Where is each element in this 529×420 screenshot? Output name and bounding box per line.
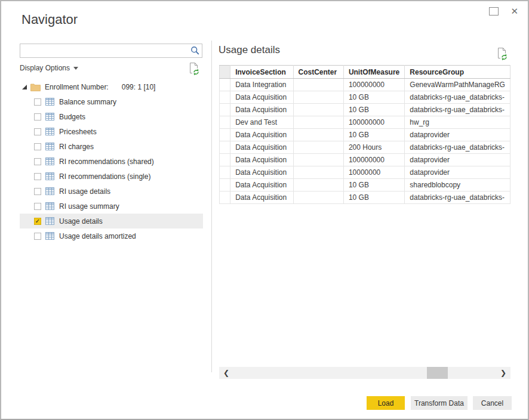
table-row: Data Acquisition200 Hoursdatabricks-rg-u… (220, 141, 510, 154)
row-selector-cell (220, 166, 230, 179)
item-checkbox[interactable]: ✓ (34, 218, 41, 225)
grid-cell: 100000000 (343, 79, 404, 91)
grid-cell: Data Acquisition (230, 192, 293, 204)
row-selector-cell (220, 141, 230, 154)
page-title: Navigator (21, 12, 78, 27)
table-row: Data Acquisition10 GBdatabricks-rg-uae_d… (220, 104, 510, 116)
item-checkbox[interactable] (34, 143, 41, 150)
item-checkbox[interactable] (34, 128, 41, 135)
table-icon (45, 113, 54, 121)
item-checkbox[interactable] (34, 203, 41, 210)
column-header-invoicesection: InvoiceSection (230, 66, 293, 79)
close-button[interactable]: ✕ (509, 6, 519, 17)
grid-cell: dataprovider (405, 166, 510, 179)
item-checkbox[interactable] (34, 98, 41, 106)
scrollbar-thumb[interactable] (427, 367, 448, 379)
grid-cell: GenevaWarmPathManageRG (405, 79, 510, 91)
grid-cell: Data Acquisition (230, 179, 293, 192)
table-icon (45, 202, 54, 210)
grid-cell: 10 GB (343, 104, 404, 116)
tree-item-label: Usage details amortized (59, 232, 136, 240)
window-controls: ✕ (489, 6, 519, 17)
grid-cell (293, 116, 343, 129)
scroll-left-arrow[interactable]: ❮ (219, 369, 233, 377)
tree-item-balance-summary[interactable]: Balance summary (20, 94, 203, 109)
grid-cell: databricks-rg-uae_databricks- (405, 91, 510, 104)
grid-cell: Data Integration (230, 79, 293, 91)
item-checkbox[interactable] (34, 113, 41, 121)
tree-item-usage-details-amortized[interactable]: Usage details amortized (20, 228, 203, 243)
tree-item-ri-charges[interactable]: RI charges (20, 139, 203, 154)
grid-cell: 10 GB (343, 129, 404, 141)
grid-cell: Data Acquisition (230, 154, 293, 166)
grid-cell (293, 91, 343, 104)
tree-item-pricesheets[interactable]: Pricesheets (20, 124, 203, 139)
grid-cell (293, 141, 343, 154)
item-checkbox[interactable] (34, 173, 41, 180)
row-selector-cell (220, 116, 230, 129)
item-checkbox[interactable] (34, 188, 41, 195)
search-box (20, 44, 202, 58)
row-selector-cell (220, 154, 230, 166)
tree-item-label: RI charges (59, 143, 94, 151)
row-selector-cell (220, 129, 230, 141)
table-icon (45, 187, 54, 195)
grid-header-row: InvoiceSectionCostCenterUnitOfMeasureRes… (220, 66, 510, 79)
grid-cell: 100000000 (343, 154, 404, 166)
display-options-dropdown[interactable]: Display Options (20, 64, 78, 72)
column-header-resourcegroup: ResourceGroup (405, 66, 510, 79)
search-input[interactable] (20, 44, 189, 57)
search-icon[interactable] (189, 46, 202, 55)
tree-item-label: Usage details (59, 217, 103, 226)
grid-cell: databricks-rg-uae_databricks- (405, 192, 510, 204)
grid-cell (293, 79, 343, 91)
grid-cell: dataprovider (405, 129, 510, 141)
refresh-preview-button[interactable] (496, 47, 509, 61)
grid-cell: 10000000 (343, 166, 404, 179)
table-icon (45, 128, 54, 135)
tree-root-enrollment[interactable]: Enrollment Number: 099: 1 [10] (20, 81, 155, 94)
caret-down-icon (73, 67, 78, 70)
tree-item-usage-details[interactable]: ✓ Usage details (20, 214, 203, 228)
tree-item-label: RI recommendations (shared) (59, 158, 154, 166)
transform-data-button[interactable]: Transform Data (411, 396, 468, 410)
tree-root-label: Enrollment Number: (45, 83, 109, 91)
table-icon (45, 172, 54, 180)
load-button[interactable]: Load (367, 396, 405, 410)
display-options-label: Display Options (20, 64, 70, 72)
close-icon: ✕ (510, 6, 518, 16)
tree-item-ri-usage-summary[interactable]: RI usage summary (20, 199, 203, 214)
grid-cell (293, 154, 343, 166)
grid-cell: 10 GB (343, 192, 404, 204)
horizontal-scrollbar[interactable]: ❮ ❯ (219, 367, 510, 379)
grid-cell: Data Acquisition (230, 104, 293, 116)
grid-cell: databricks-rg-uae_databricks- (405, 104, 510, 116)
row-selector-cell (220, 91, 230, 104)
grid-cell: hw_rg (405, 116, 510, 129)
grid-cell: 10 GB (343, 91, 404, 104)
scroll-right-arrow[interactable]: ❯ (496, 369, 510, 377)
table-row: Data Acquisition100000000dataprovider (220, 154, 510, 166)
grid-cell: sharedblobcopy (405, 179, 510, 192)
tree-item-ri-recommendations-shared-[interactable]: RI recommendations (shared) (20, 154, 203, 169)
table-row: Data Acquisition10 GBdatabricks-rg-uae_d… (220, 91, 510, 104)
grid-cell: dataprovider (405, 154, 510, 166)
navigation-tree: Balance summary Budgets (20, 94, 203, 243)
grid-cell (293, 192, 343, 204)
row-selector-cell (220, 192, 230, 204)
grid-cell: Dev and Test (230, 116, 293, 129)
refresh-tree-button[interactable] (187, 61, 201, 76)
tree-item-ri-recommendations-single-[interactable]: RI recommendations (single) (20, 169, 203, 184)
cancel-button[interactable]: Cancel (473, 396, 512, 410)
folder-icon (30, 84, 41, 91)
item-checkbox[interactable] (34, 233, 41, 240)
table-row: Data Acquisition10 GBdatabricks-rg-uae_d… (220, 192, 510, 204)
expand-triangle-icon[interactable] (22, 85, 27, 89)
table-row: Data Acquisition10000000dataprovider (220, 166, 510, 179)
table-row: Dev and Test100000000hw_rg (220, 116, 510, 129)
maximize-button[interactable] (489, 7, 499, 16)
table-icon (45, 98, 54, 106)
tree-item-budgets[interactable]: Budgets (20, 109, 203, 124)
item-checkbox[interactable] (34, 158, 41, 165)
tree-item-ri-usage-details[interactable]: RI usage details (20, 184, 203, 199)
